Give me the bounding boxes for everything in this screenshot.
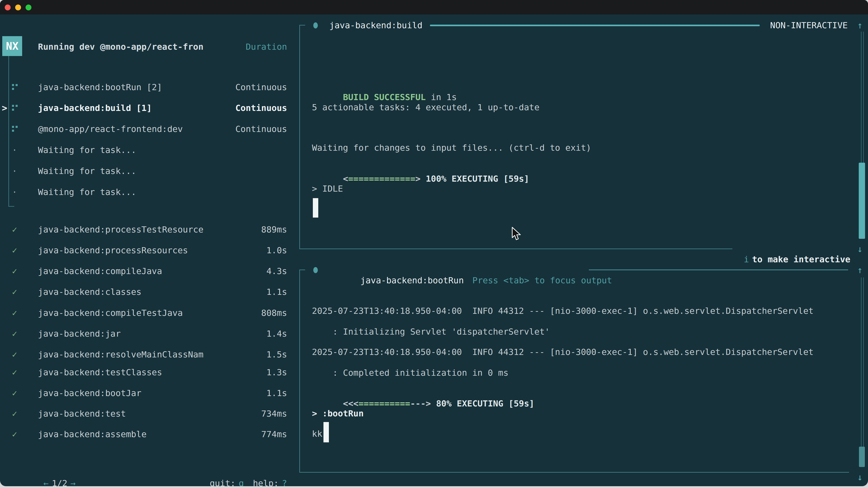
task-row[interactable]: ✓java-backend:jar1.4s [0, 328, 294, 339]
bootrun-panel-scroll-track[interactable] [861, 278, 864, 447]
task-label: java-backend:jar [38, 328, 121, 339]
check-icon: ✓ [12, 367, 17, 378]
minimize-button[interactable] [15, 4, 21, 10]
scroll-up-arrow-icon[interactable]: ↑ [854, 20, 866, 31]
task-duration: Continuous [235, 124, 287, 134]
build-panel-bottom-border [299, 249, 733, 249]
task-duration: 1.4s [266, 328, 287, 339]
bootrun-panel-scroll-thumb[interactable] [859, 447, 865, 467]
scroll-down-arrow-icon[interactable]: ↓ [854, 472, 866, 482]
close-button[interactable] [5, 4, 11, 10]
interactive-hint-key: i [744, 254, 749, 264]
task-row[interactable]: java-backend:build [1]Continuous [0, 103, 294, 113]
task-row[interactable]: java-backend:bootRun [2]Continuous [0, 82, 294, 92]
build-panel-scroll-track[interactable] [861, 32, 864, 163]
task-duration: 1.1s [266, 388, 287, 398]
text-cursor [323, 422, 329, 442]
bootrun-panel-header: java-backend:bootRunPress <tab> to focus… [329, 265, 612, 275]
build-result-line: BUILD SUCCESSFUL in 1s [312, 82, 457, 92]
bootrun-panel-bottom-border [299, 472, 849, 473]
task-row[interactable]: ✓java-backend:testClasses1.3s [0, 367, 294, 378]
check-icon: ✓ [12, 287, 17, 297]
focus-output-hint: Press <tab> to focus output [472, 275, 612, 285]
progress-left-bracket: < [343, 174, 348, 184]
titlebar [0, 0, 868, 14]
task-row[interactable]: ✓java-backend:classes1.1s [0, 287, 294, 297]
bootrun-panel-corner [299, 269, 305, 270]
task-row[interactable]: ✓java-backend:assemble774ms [0, 429, 294, 440]
terminal-window: NX Running dev @mono-app/react-fron Dura… [0, 0, 868, 486]
task-duration: 1.1s [266, 287, 287, 297]
help-key: ? [282, 478, 287, 486]
actionable-tasks-line: 5 actionable tasks: 4 executed, 1 up-to-… [312, 102, 539, 112]
progress-right-bracket: > [415, 174, 421, 184]
build-progress-bar: <=============>100% EXECUTING [59s] [312, 163, 529, 173]
task-row[interactable]: ✓java-backend:resolveMainClassNam1.5s [0, 349, 294, 360]
task-label: java-backend:processResources [38, 245, 188, 256]
check-icon: ✓ [12, 308, 17, 318]
task-label: java-backend:test [38, 409, 126, 419]
interactive-hint-text: to make interactive [752, 254, 850, 264]
typed-input[interactable]: kk [312, 429, 322, 439]
task-duration: 1.0s [266, 245, 287, 256]
build-panel-left-border [299, 25, 300, 249]
build-panel-corner [299, 25, 305, 26]
task-label: java-backend:build [1] [38, 103, 152, 113]
progress-label: 100% EXECUTING [59s] [426, 174, 529, 184]
interactive-hint: ito make interactive [713, 244, 850, 254]
keyboard-hints: quit:qhelp:? [179, 468, 287, 478]
check-icon: ✓ [12, 349, 17, 360]
task-row[interactable]: ✓java-backend:processResources1.0s [0, 245, 294, 256]
task-row[interactable]: ✓java-backend:bootJar1.1s [0, 388, 294, 398]
task-row[interactable]: ✓java-backend:test734ms [0, 409, 294, 419]
task-duration: 774ms [261, 429, 287, 440]
help-label: help: [253, 478, 279, 486]
log-line: 2025-07-23T13:40:18.950-04:00 INFO 44312… [312, 347, 813, 357]
check-icon: ✓ [12, 429, 17, 440]
scroll-up-arrow-icon[interactable]: ↑ [854, 265, 866, 275]
task-label: Waiting for task... [38, 145, 136, 155]
check-icon: ✓ [12, 266, 17, 276]
waiting-for-changes-line: Waiting for changes to input files... (c… [312, 142, 591, 153]
progress-right-bracket: > [426, 398, 431, 409]
task-row[interactable]: ·Waiting for task... [0, 166, 294, 176]
task-duration: 1.5s [266, 349, 287, 360]
spinner-icon [12, 105, 18, 111]
check-icon: ✓ [12, 224, 17, 235]
task-label: java-backend:testClasses [38, 367, 162, 378]
task-label: java-backend:compileJava [38, 266, 162, 276]
task-row[interactable]: ·Waiting for task... [0, 145, 294, 155]
task-label: java-backend:resolveMainClassNam [38, 349, 204, 360]
check-icon: ✓ [12, 245, 17, 256]
next-page-arrow-icon[interactable]: → [70, 478, 76, 486]
build-successful-text: BUILD SUCCESSFUL [343, 92, 426, 102]
task-row[interactable]: @mono-app/react-frontend:devContinuous [0, 124, 294, 134]
scroll-down-arrow-icon[interactable]: ↓ [854, 244, 866, 254]
text-cursor [313, 198, 318, 218]
bootrun-panel-header-rule [589, 269, 848, 270]
duration-column-header: Duration [246, 41, 287, 52]
task-row[interactable]: ✓java-backend:compileTestJava808ms [0, 308, 294, 318]
build-panel-scroll-thumb[interactable] [859, 163, 865, 239]
spinner-icon [12, 84, 18, 90]
task-status-dot-icon [313, 22, 318, 29]
check-icon: ✓ [12, 328, 17, 339]
task-row[interactable]: ·Waiting for task... [0, 187, 294, 197]
task-label: java-backend:bootJar [38, 388, 142, 398]
screen: NX Running dev @mono-app/react-fron Dura… [0, 0, 868, 488]
task-label: Waiting for task... [38, 166, 136, 176]
task-duration: 4.3s [266, 266, 287, 276]
quit-key: q [239, 478, 244, 486]
prev-page-arrow-icon[interactable]: ← [43, 478, 49, 486]
task-duration: 1.3s [266, 367, 287, 378]
task-row[interactable]: ✓java-backend:compileJava4.3s [0, 266, 294, 276]
build-time-text: in 1s [426, 92, 457, 102]
task-row[interactable]: ✓java-backend:processTestResource889ms [0, 224, 294, 235]
task-label: java-backend:bootRun [2] [38, 82, 162, 92]
quit-label: quit: [210, 478, 235, 486]
idle-line: > IDLE [312, 184, 343, 194]
task-label: Waiting for task... [38, 187, 136, 197]
progress-left-bracket: <<< [343, 398, 359, 409]
progress-label: 80% EXECUTING [59s] [436, 398, 534, 409]
zoom-button[interactable] [26, 4, 31, 10]
